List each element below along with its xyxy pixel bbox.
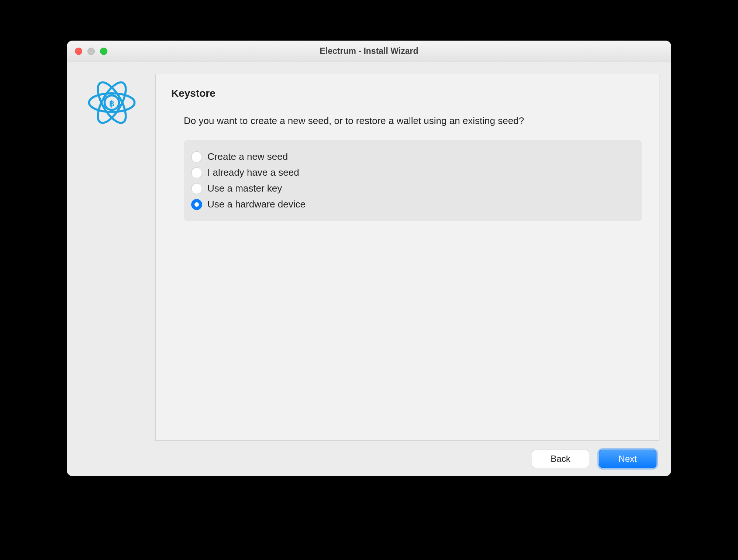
main-row: ฿ Keystore Do you want to create a new s… — [79, 74, 659, 441]
options-group: Create a new seed I already have a seed … — [184, 140, 642, 221]
window-controls — [67, 48, 107, 55]
radio-icon — [191, 167, 202, 178]
option-create-new-seed[interactable]: Create a new seed — [191, 149, 635, 165]
option-have-seed[interactable]: I already have a seed — [191, 165, 635, 181]
content-panel: Keystore Do you want to create a new see… — [155, 74, 659, 441]
option-label: Use a hardware device — [207, 199, 306, 210]
electrum-logo-icon: ฿ — [86, 77, 138, 441]
back-button[interactable]: Back — [532, 450, 589, 468]
panel-heading: Keystore — [171, 87, 644, 99]
option-master-key[interactable]: Use a master key — [191, 181, 635, 196]
radio-icon — [191, 183, 202, 194]
window-body: ฿ Keystore Do you want to create a new s… — [67, 62, 671, 476]
option-label: Use a master key — [207, 183, 282, 194]
install-wizard-window: Electrum - Install Wizard ฿ — [67, 41, 671, 476]
svg-text:฿: ฿ — [109, 99, 114, 108]
radio-icon — [191, 151, 202, 162]
radio-icon — [191, 199, 202, 210]
option-hardware-device[interactable]: Use a hardware device — [191, 196, 635, 212]
maximize-icon[interactable] — [100, 48, 107, 55]
next-button[interactable]: Next — [599, 450, 656, 468]
option-label: I already have a seed — [207, 167, 299, 178]
close-icon[interactable] — [75, 48, 82, 55]
button-row: Back Next — [79, 441, 659, 468]
window-title: Electrum - Install Wizard — [67, 46, 671, 56]
option-label: Create a new seed — [207, 151, 288, 162]
logo-column: ฿ — [79, 74, 145, 441]
minimize-icon[interactable] — [87, 48, 95, 55]
titlebar: Electrum - Install Wizard — [67, 41, 671, 62]
panel-prompt: Do you want to create a new seed, or to … — [171, 114, 644, 127]
